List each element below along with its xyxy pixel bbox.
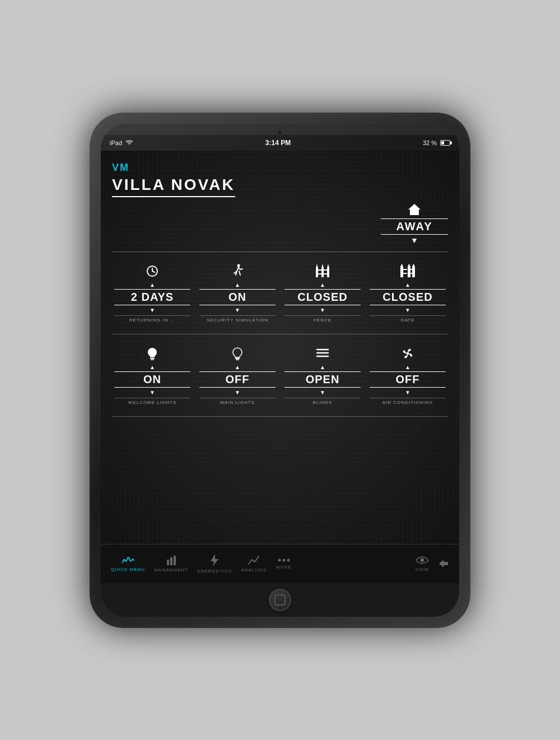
dots-icon [278,558,290,562]
tab-quick-menu[interactable]: QUICK MENU [106,553,150,574]
status-time: 3:14 PM [265,139,291,147]
svg-point-36 [278,559,281,561]
ipad-device: iPad 3:14 PM 32 % VM [90,113,470,628]
clock-icon [146,263,158,279]
main-lights-arrow-up: ▲ [235,365,240,370]
svg-point-38 [287,559,290,561]
main-lights-value[interactable]: OFF [199,371,276,388]
header: VM VILLA NOVAK [112,162,448,197]
tab-energetics-label: ENERGETICS [197,569,232,574]
gate-control[interactable]: ▲ CLOSED ▼ GATE [367,259,448,327]
blinds-icon [316,346,329,361]
svg-marker-10 [321,264,324,268]
blinds-value[interactable]: OPEN [284,371,361,388]
blinds-label: BLINDS [284,398,361,405]
tab-analysis[interactable]: ANALYSIS [236,553,272,575]
welcome-lights-value[interactable]: ON [114,371,190,388]
away-label[interactable]: AWAY [381,218,448,235]
ac-label: AIR CONDITIONING [370,398,446,405]
bulb-on-icon [146,346,158,361]
home-button-inner [274,594,286,606]
status-left: iPad [110,139,133,146]
fence-icon [315,263,330,279]
tab-analysis-label: ANALYSIS [241,567,267,573]
battery-icon [440,140,450,146]
divider-2 [112,334,448,334]
ac-control[interactable]: ▲ OFF ▼ AIR CONDITIONING [367,341,448,409]
security-label: SECURITY SIMULATION [199,315,276,323]
home-button[interactable] [269,589,291,611]
gate-label: GATE [370,315,446,323]
svg-rect-23 [408,273,415,274]
tab-more[interactable]: MORE [272,556,296,572]
tab-view-label: VIEW [416,567,429,572]
returning-value[interactable]: 2 DAYS [114,289,190,305]
eye-icon [416,556,429,565]
svg-point-31 [407,352,409,355]
svg-rect-12 [316,269,329,271]
main-screen: VM VILLA NOVAK AWAY ▼ [101,151,459,544]
camera-dot [278,131,282,135]
fence-label: FENCE [284,315,361,323]
gate-arrow-down: ▼ [405,308,410,313]
security-value[interactable]: ON [199,289,276,305]
security-arrow-up: ▲ [235,282,240,288]
svg-rect-6 [316,267,318,277]
svg-point-39 [420,558,424,562]
returning-control[interactable]: ▲ 2 DAYS ▼ RETURNING IN ... [112,259,193,327]
fence-control[interactable]: ▲ CLOSED ▼ FENCE [282,259,363,327]
ac-value[interactable]: OFF [370,371,446,388]
returning-label: RETURNING IN ... [114,315,190,323]
gate-value[interactable]: CLOSED [370,289,446,305]
battery-fill [441,141,444,145]
fan-icon [400,346,415,361]
welcome-lights-arrow-up: ▲ [150,365,155,370]
blinds-arrow-down: ▼ [320,390,325,395]
device-name: iPad [110,139,122,146]
tab-back[interactable] [433,556,454,571]
runner-icon [231,263,244,279]
svg-rect-20 [400,269,407,270]
villa-title: VILLA NOVAK [112,176,235,197]
blinds-control[interactable]: ▲ OPEN ▼ BLINDS [282,341,363,409]
main-lights-control[interactable]: ▲ OFF ▼ MAIN LIGHTS [197,341,278,409]
svg-rect-25 [151,359,154,360]
svg-marker-35 [211,554,218,566]
svg-rect-14 [400,266,403,277]
svg-rect-13 [316,273,329,274]
ac-arrow-down: ▼ [405,390,410,395]
svg-marker-40 [439,560,448,567]
tab-managment[interactable]: MANAGMENT [150,553,193,575]
svg-marker-9 [316,264,318,268]
away-control[interactable]: AWAY ▼ [381,203,448,245]
svg-rect-26 [235,358,240,359]
away-section[interactable]: AWAY ▼ [112,203,448,245]
svg-rect-8 [327,267,329,277]
svg-rect-1 [413,211,416,215]
fence-value[interactable]: CLOSED [284,289,361,305]
tab-energetics[interactable]: ENERGETICS [193,552,236,576]
control-grid-1: ▲ 2 DAYS ▼ RETURNING IN ... [112,259,448,327]
control-grid-2: ▲ ON ▼ WELCOME LIGHTS [112,341,448,409]
svg-line-4 [152,271,155,272]
ipad-screen-area: iPad 3:14 PM 32 % VM [101,124,459,617]
tab-more-label: MORE [276,565,292,570]
security-control[interactable]: ▲ ON ▼ SECURITY SIMULATION [197,259,278,327]
svg-marker-18 [408,264,410,267]
wifi-icon [125,140,133,146]
back-icon [438,559,449,569]
svg-point-37 [282,559,285,561]
trend-icon [248,555,260,565]
bolt-icon [211,554,218,566]
welcome-lights-control[interactable]: ▲ ON ▼ WELCOME LIGHTS [112,341,193,409]
svg-rect-24 [150,358,155,359]
security-arrow-down: ▼ [235,308,240,313]
home-button-area [101,583,459,617]
status-bar: iPad 3:14 PM 32 % [101,135,459,151]
tab-view[interactable]: VIEW [411,553,433,574]
svg-marker-11 [327,264,329,268]
main-lights-arrow-down: ▼ [235,390,240,395]
bar-chart-icon [166,555,177,565]
battery-percent: 32 % [423,139,437,146]
svg-rect-32 [167,560,169,565]
